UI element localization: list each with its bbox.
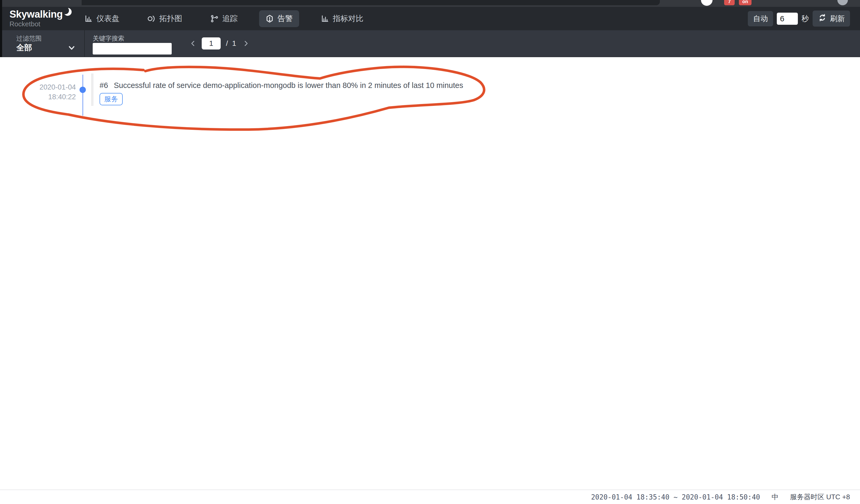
page-total-label: / 1 — [226, 39, 237, 48]
filter-scope-label: 过滤范围 — [16, 34, 42, 43]
nav-item-dashboard[interactable]: 仪表盘 — [78, 10, 126, 27]
toolbar-divider — [84, 30, 85, 57]
nav-item-label: 追踪 — [222, 13, 238, 24]
language-toggle[interactable]: 中 — [772, 492, 778, 502]
keyword-search-input[interactable] — [93, 43, 172, 55]
alarm-list: 2020-01-04 18:40:22 #6Successful rate of… — [0, 57, 860, 490]
refresh-icon — [818, 13, 827, 24]
nav-item-label: 指标对比 — [333, 13, 363, 24]
toolbar: 过滤范围 全部 关键字搜索 1 / 1 — [0, 30, 860, 57]
nav-item-label: 拓扑图 — [159, 13, 182, 24]
pagination: 1 / 1 — [190, 30, 249, 57]
chevron-left-icon[interactable] — [190, 40, 197, 47]
nav-item-alarm[interactable]: 告警 — [259, 10, 299, 27]
window-left-edge — [0, 0, 2, 57]
browser-strip: 7 on — [0, 0, 860, 7]
refresh-controls: 自动 秒 刷新 — [748, 7, 850, 30]
extension-badge-on[interactable]: on — [739, 0, 751, 5]
alarm-message-text: Successful rate of service demo-applicat… — [114, 81, 463, 89]
nav-item-label: 仪表盘 — [96, 13, 119, 24]
interval-unit-label: 秒 — [802, 14, 809, 24]
filter-scope-value: 全部 — [16, 42, 32, 53]
keyword-search-label: 关键字搜索 — [93, 34, 124, 43]
timeline-dot — [80, 87, 86, 93]
interval-input[interactable] — [777, 13, 798, 25]
profile-icon[interactable] — [837, 0, 848, 5]
nav-item-topology[interactable]: 拓扑图 — [141, 10, 188, 27]
auto-refresh-label: 自动 — [753, 14, 768, 24]
nav-menu: 仪表盘 拓扑图 追踪 告 — [78, 7, 370, 30]
auto-refresh-button[interactable]: 自动 — [748, 11, 773, 26]
logo[interactable]: Skywalking Rocketbot — [10, 9, 72, 28]
alarm-item: #6Successful rate of service demo-applic… — [100, 81, 463, 105]
crescent-moon-icon — [63, 8, 72, 19]
chevron-down-icon — [68, 44, 75, 53]
server-timezone-label: 服务器时区 UTC +8 — [790, 492, 850, 502]
timeline-line — [83, 74, 83, 116]
nav-item-trace[interactable]: 追踪 — [204, 10, 244, 27]
logo-subtitle: Rocketbot — [10, 20, 72, 28]
refresh-label: 刷新 — [830, 14, 845, 24]
alarm-message: #6Successful rate of service demo-applic… — [100, 81, 463, 90]
alarm-timestamp: 2020-01-04 18:40:22 — [0, 83, 76, 102]
refresh-button[interactable]: 刷新 — [813, 11, 850, 27]
navbar: Skywalking Rocketbot 仪表盘 — [0, 7, 860, 30]
browser-tab — [82, 0, 660, 5]
alarm-item-bar — [91, 73, 94, 106]
footer-bar: 2020-01-04 18:35:40 ~ 2020-01-04 18:50:4… — [0, 490, 860, 504]
nav-item-compare[interactable]: 指标对比 — [314, 10, 370, 27]
alarm-id: #6 — [100, 81, 108, 89]
alarm-icon — [266, 14, 274, 23]
dashboard-icon — [84, 14, 93, 23]
alarm-date: 2020-01-04 — [0, 83, 76, 92]
compare-icon — [321, 14, 329, 23]
logo-title: Skywalking — [10, 9, 63, 19]
filter-scope-select[interactable]: 全部 — [16, 42, 32, 53]
extension-icon[interactable] — [701, 0, 713, 6]
topology-icon — [147, 14, 156, 23]
alarm-scope-tag: 服务 — [100, 93, 123, 105]
time-range-selector[interactable]: 2020-01-04 18:35:40 ~ 2020-01-04 18:50:4… — [591, 493, 760, 501]
extension-badge-count[interactable]: 7 — [724, 0, 735, 5]
nav-item-label: 告警 — [277, 13, 293, 24]
chevron-right-icon[interactable] — [243, 40, 249, 47]
alarm-time: 18:40:22 — [0, 92, 76, 102]
page-number-input[interactable]: 1 — [202, 38, 221, 49]
trace-icon — [210, 14, 218, 23]
